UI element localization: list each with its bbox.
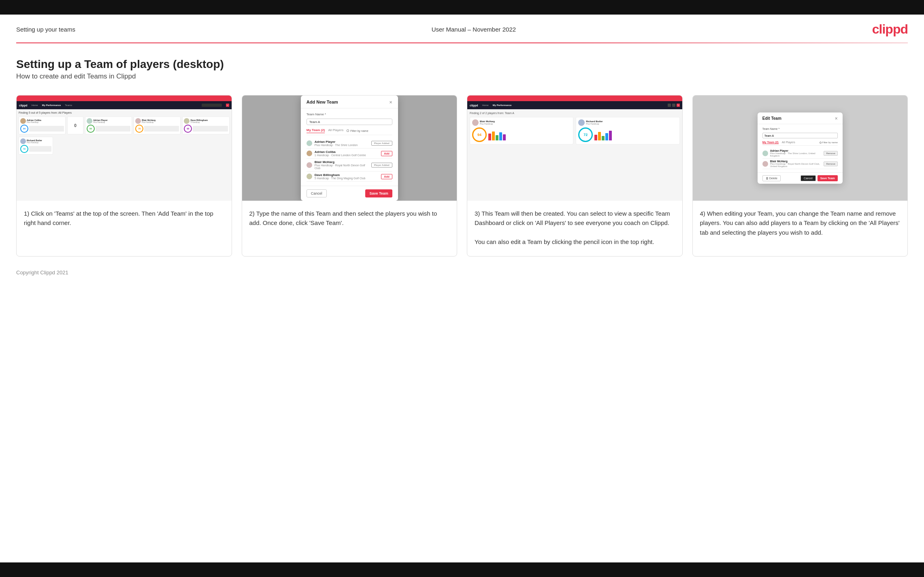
edit-player-info: Adrian Player Plus Handicap · The Shire …: [770, 149, 822, 157]
player-club: 1 Handicap · Central London Golf Centre: [315, 154, 379, 157]
tab-my-team[interactable]: My Team (2): [307, 128, 325, 133]
page-subtitle: How to create and edit Teams in Clippd: [16, 72, 908, 81]
edit-filter-checkbox[interactable]: [820, 142, 822, 144]
edit-footer-actions: Cancel Save Team: [801, 175, 838, 181]
edit-close-icon[interactable]: ×: [835, 116, 838, 121]
card-1-description: 1) Click on 'Teams' at the top of the sc…: [17, 201, 232, 256]
player-row: Adrian Player Plus Handicap · The Shire …: [307, 138, 392, 148]
edit-player-name: Blair McHarg: [770, 160, 822, 163]
player-row: Adrian Coliba 1 Handicap · Central Londo…: [307, 148, 392, 159]
player-avatar: [307, 151, 312, 156]
remove-player-button[interactable]: Remove: [824, 151, 837, 156]
remove-player-button[interactable]: Remove: [824, 161, 837, 166]
dialog-close-icon[interactable]: ×: [389, 100, 392, 105]
player-name: Blair McHarg: [315, 160, 369, 164]
card-4-mockup: Edit Team × Team Name * My Team (2) All …: [693, 95, 908, 201]
header-section: Setting up your teams: [16, 26, 75, 33]
team-name-input[interactable]: [307, 119, 392, 125]
edit-player-info: Blair McHarg Plus Handicap · Royal North…: [770, 160, 822, 168]
edit-team-name-label: Team Name *: [762, 127, 838, 130]
card-4: Edit Team × Team Name * My Team (2) All …: [692, 95, 908, 257]
player-info: Adrian Player Plus Handicap · The Shire …: [315, 140, 369, 146]
dialog-header: Add New Team ×: [301, 95, 398, 108]
edit-player-club: Plus Handicap · The Shire London, United…: [770, 152, 822, 157]
add-team-dialog: Add New Team × Team Name * My Team (2) A…: [301, 95, 398, 201]
bottom-bar: [0, 562, 924, 577]
player-name: Adrian Coliba: [315, 150, 379, 154]
cards-row: clippd Home My Performance Teams + Findi…: [16, 95, 908, 257]
edit-player-club: Plus Handicap · Royal North Devon Golf C…: [770, 163, 822, 168]
header: Setting up your teams User Manual – Nove…: [0, 15, 924, 42]
team-name-label: Team Name *: [307, 112, 392, 116]
players-list: Adrian Player Plus Handicap · The Shire …: [307, 138, 392, 182]
dialog-tabs: My Team (2) All Players Filter by name: [307, 128, 392, 135]
card-1-screenshot: clippd Home My Performance Teams + Findi…: [17, 95, 232, 201]
player-row: Blair McHarg Plus Handicap · Royal North…: [307, 159, 392, 172]
clippd-logo: clippd: [872, 22, 908, 37]
card-4-description: 4) When editing your Team, you can chang…: [693, 201, 908, 256]
player-avatar: [307, 174, 312, 179]
edit-tab-all-players[interactable]: All Players: [782, 141, 795, 144]
page-title: Setting up a Team of players (desktop): [16, 58, 908, 71]
edit-save-team-button[interactable]: Save Team: [818, 175, 838, 181]
player-name: Adrian Player: [315, 140, 369, 144]
edit-player-name: Adrian Player: [770, 149, 822, 152]
player-name: Dave Billingham: [315, 173, 379, 177]
player-avatar: [307, 162, 312, 168]
player-row: Dave Billingham 5 Handicap · The Ding Ma…: [307, 172, 392, 182]
edit-player-avatar: [762, 151, 768, 156]
edit-dialog-body: Team Name * My Team (2) All Players Filt…: [758, 124, 843, 173]
edit-dialog-footer: 🗑 Delete Cancel Save Team: [758, 172, 843, 184]
player-added-badge: Player Added: [371, 163, 392, 168]
edit-player-row: Blair McHarg Plus Handicap · Royal North…: [762, 159, 838, 169]
card-1: clippd Home My Performance Teams + Findi…: [16, 95, 232, 257]
card-4-screenshot: Edit Team × Team Name * My Team (2) All …: [693, 95, 908, 201]
player-info: Dave Billingham 5 Handicap · The Ding Ma…: [315, 173, 379, 180]
card-3-desc1: 3) This Team will then be created. You c…: [475, 210, 670, 226]
copyright-text: Copyright Clippd 2021: [16, 269, 68, 276]
delete-team-button[interactable]: 🗑 Delete: [762, 175, 781, 181]
card-2: Add New Team × Team Name * My Team (2) A…: [242, 95, 458, 257]
player-club: Plus Handicap · The Shire London: [315, 144, 369, 146]
edit-dialog-tabs: My Team (2) All Players Filter by name: [762, 141, 838, 146]
edit-player-row: Adrian Player Plus Handicap · The Shire …: [762, 148, 838, 159]
card-2-mockup: Add New Team × Team Name * My Team (2) A…: [242, 95, 457, 201]
card-3: clippd Home My Performance ✎: [467, 95, 683, 257]
edit-tab-my-team[interactable]: My Team (2): [762, 141, 779, 144]
edit-dialog-header: Edit Team ×: [758, 112, 843, 124]
edit-team-name-input[interactable]: [762, 133, 838, 138]
player-club: Plus Handicap · Royal North Devon Golf C…: [315, 164, 369, 170]
footer: Copyright Clippd 2021: [0, 257, 924, 284]
edit-team-dialog: Edit Team × Team Name * My Team (2) All …: [758, 112, 843, 184]
card-3-description: 3) This Team will then be created. You c…: [467, 201, 682, 256]
header-manual-title: User Manual – November 2022: [432, 26, 516, 33]
dialog-title: Add New Team: [307, 100, 338, 104]
edit-dialog-title: Edit Team: [762, 116, 781, 121]
player-info: Adrian Coliba 1 Handicap · Central Londo…: [315, 150, 379, 157]
tab-all-players[interactable]: All Players: [328, 128, 343, 133]
top-bar: [0, 0, 924, 15]
card-2-description: 2) Type the name of this Team and then s…: [242, 201, 457, 256]
player-added-badge: Player Added: [371, 141, 392, 146]
player-avatar: [307, 140, 312, 146]
player-club: 5 Handicap · The Ding Maging Golf Club: [315, 177, 379, 180]
edit-player-avatar: [762, 161, 768, 167]
dialog-body: Team Name * My Team (2) All Players Filt…: [301, 108, 398, 186]
player-info: Blair McHarg Plus Handicap · Royal North…: [315, 160, 369, 170]
filter-by-name: Filter by name: [347, 128, 368, 133]
edit-filter: Filter by name: [820, 141, 838, 144]
add-player-button[interactable]: Add: [381, 174, 392, 179]
add-player-button[interactable]: Add: [381, 151, 392, 156]
card-3-screenshot: clippd Home My Performance ✎: [467, 95, 682, 201]
save-team-button[interactable]: Save Team: [365, 189, 392, 197]
cancel-button[interactable]: Cancel: [307, 189, 327, 197]
edit-cancel-button[interactable]: Cancel: [801, 175, 816, 181]
filter-checkbox[interactable]: [347, 129, 349, 132]
card-3-desc2: You can also edit a Team by clicking the…: [475, 238, 654, 245]
trash-icon: 🗑: [766, 177, 769, 180]
card-2-screenshot: Add New Team × Team Name * My Team (2) A…: [242, 95, 457, 201]
dialog-footer: Cancel Save Team: [301, 186, 398, 201]
page-content: Setting up a Team of players (desktop) H…: [0, 43, 924, 257]
